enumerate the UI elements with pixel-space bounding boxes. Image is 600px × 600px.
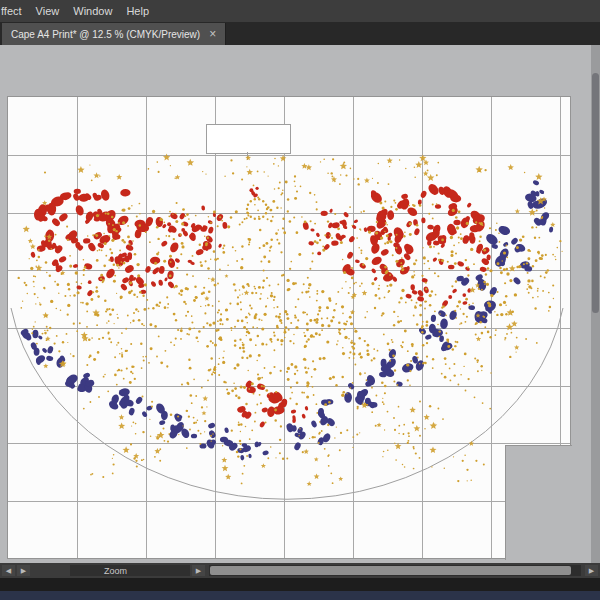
status-popup-arrow[interactable]: ▶	[192, 565, 205, 576]
taskbar-edge	[0, 591, 600, 600]
document-tab-bar: Cape A4 Print* @ 12.5 % (CMYK/Preview) ×	[0, 22, 600, 45]
illustrator-window: ffect View Window Help Cape A4 Print* @ …	[0, 0, 600, 600]
tile-grid-line	[8, 443, 570, 444]
vertical-scroll-thumb[interactable]	[592, 73, 599, 313]
menu-bar: ffect View Window Help	[0, 0, 600, 22]
scroll-right-button[interactable]: ▶	[17, 565, 30, 576]
document-tab[interactable]: Cape A4 Print* @ 12.5 % (CMYK/Preview) ×	[2, 23, 226, 45]
lower-panel	[0, 578, 600, 591]
tile-grid-line	[8, 386, 570, 387]
tab-close-icon[interactable]: ×	[209, 28, 216, 40]
menu-item-view[interactable]: View	[29, 5, 67, 17]
vertical-scrollbar[interactable]	[591, 45, 600, 563]
scroll-corner-button[interactable]: ▶	[585, 565, 598, 576]
menu-item-effect[interactable]: ffect	[0, 5, 29, 17]
tile-grid-line	[8, 155, 570, 156]
collar-center-tick	[247, 152, 248, 160]
tile-grid-line	[8, 501, 570, 502]
menu-item-help[interactable]: Help	[119, 5, 156, 17]
tile-grid-line	[8, 270, 570, 271]
tile-grid-line	[8, 213, 570, 214]
canvas-viewport[interactable]	[0, 45, 600, 563]
status-zoom-label: Zoom	[104, 566, 127, 576]
document-tab-label: Cape A4 Print* @ 12.5 % (CMYK/Preview)	[11, 29, 200, 40]
canvas-corner-notch	[505, 445, 572, 560]
horizontal-scroll-thumb[interactable]	[210, 566, 571, 575]
scroll-left-button[interactable]: ◀	[2, 565, 15, 576]
tile-grid-line	[8, 328, 570, 329]
menu-item-window[interactable]: Window	[66, 5, 119, 17]
collar-outline	[206, 124, 291, 154]
horizontal-scrollbar[interactable]	[209, 565, 581, 576]
status-scroll-bar: ◀ ▶ Zoom ▶ ▶	[0, 563, 600, 578]
status-zoom-panel[interactable]: Zoom	[70, 565, 190, 576]
